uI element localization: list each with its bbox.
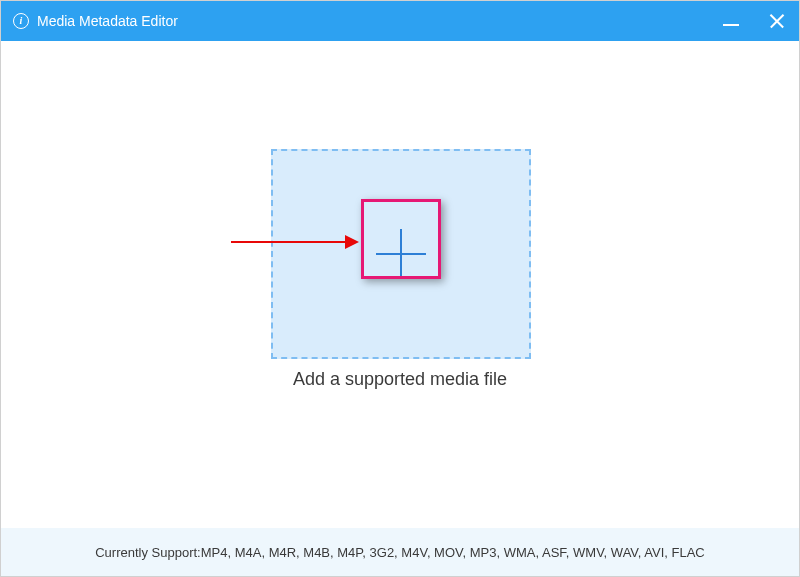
- titlebar: i Media Metadata Editor: [1, 1, 799, 41]
- plus-icon: [376, 229, 426, 279]
- footer-label: Currently Support:: [95, 545, 201, 560]
- titlebar-left: i Media Metadata Editor: [13, 13, 178, 29]
- supported-formats: MP4, M4A, M4R, M4B, M4P, 3G2, M4V, MOV, …: [201, 545, 705, 560]
- titlebar-controls: [723, 11, 787, 31]
- info-icon: i: [13, 13, 29, 29]
- window-title: Media Metadata Editor: [37, 13, 178, 29]
- dropzone-prompt: Add a supported media file: [1, 369, 799, 390]
- close-button[interactable]: [767, 11, 787, 31]
- app-window: i Media Metadata Editor Add a supported …: [0, 0, 800, 577]
- footer-bar: Currently Support: MP4, M4A, M4R, M4B, M…: [1, 528, 799, 576]
- main-content: Add a supported media file: [1, 41, 799, 528]
- file-dropzone[interactable]: [271, 149, 531, 359]
- minimize-button[interactable]: [723, 24, 739, 26]
